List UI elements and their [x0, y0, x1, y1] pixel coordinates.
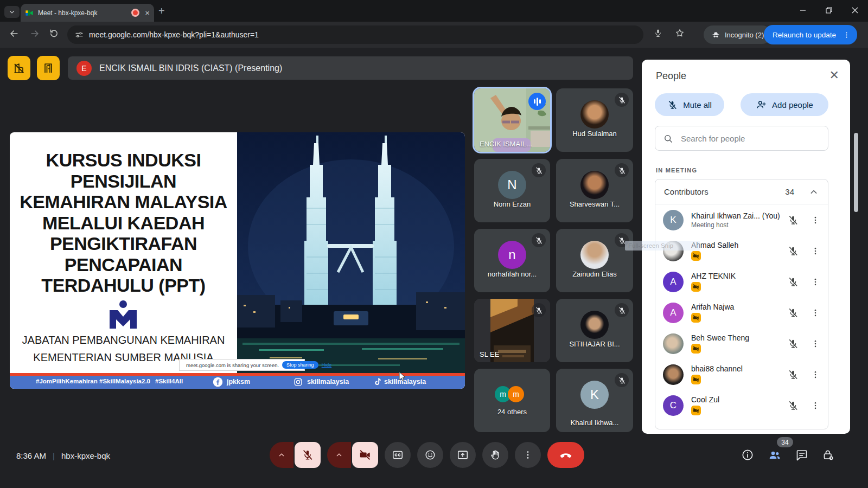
relaunch-update-button[interactable]: Relaunch to update: [764, 25, 857, 44]
camera-toggle-button[interactable]: [352, 442, 378, 468]
instagram-icon: [293, 377, 303, 387]
tile-name: Khairul Ikhwa...: [556, 419, 633, 427]
video-tile-norin-erzan[interactable]: N Norin Erzan: [474, 159, 550, 222]
jpk-logo: [106, 299, 140, 331]
participant-name: Arifah Najwa: [691, 303, 782, 311]
captions-button[interactable]: [385, 442, 411, 468]
mic-off-icon[interactable]: [788, 307, 799, 318]
mic-off-icon[interactable]: [788, 338, 799, 349]
chat-panel-icon[interactable]: [795, 448, 808, 461]
mute-all-button[interactable]: Mute all: [655, 93, 724, 116]
door-icon[interactable]: [37, 56, 60, 80]
camera-off-badge-icon: [691, 375, 701, 384]
stop-sharing-button[interactable]: Stop sharing: [282, 361, 318, 369]
presenting-banner: E ENCIK ISMAIL BIN IDRIS (CIAST) (Presen…: [68, 56, 633, 80]
participant-name: Beh Swee Theng: [691, 333, 782, 342]
panel-scrollbar[interactable]: [854, 133, 858, 212]
video-tile-others[interactable]: m m 24 others: [474, 369, 550, 432]
person-add-icon: [756, 99, 767, 110]
mic-toggle-button[interactable]: [295, 442, 321, 468]
voice-search-icon[interactable]: [653, 28, 663, 38]
video-tile-norhafifah[interactable]: n norhafifah nor...: [474, 229, 550, 292]
window-restore-button[interactable]: [816, 0, 842, 21]
incognito-badge[interactable]: Incognito (2): [704, 25, 771, 44]
meeting-details-icon[interactable]: [741, 448, 754, 461]
share-message: meet.google.com is sharing your screen.: [186, 362, 279, 368]
facebook-icon: [213, 377, 223, 387]
video-tile-sl-ee[interactable]: SL EE: [474, 299, 550, 362]
more-options-icon[interactable]: [810, 401, 820, 410]
more-options-icon[interactable]: [810, 339, 820, 349]
audio-speaking-indicator-icon: [528, 93, 546, 110]
mic-off-icon[interactable]: [788, 277, 799, 287]
forward-button[interactable]: [29, 28, 40, 39]
avatar: [580, 171, 609, 199]
video-tile-encik-ismail[interactable]: ENCIK ISMAIL...: [474, 88, 550, 152]
hashtag-2: #SkillMalaysia2.0: [99, 378, 150, 384]
video-tile-zainudin[interactable]: Zainudin Elias: [556, 229, 633, 292]
collapse-chevron-icon[interactable]: [808, 187, 819, 197]
mic-off-icon: [615, 93, 629, 107]
mic-off-icon[interactable]: [788, 215, 799, 226]
bookmark-star-icon[interactable]: [675, 28, 685, 38]
mic-control-group: [270, 442, 321, 468]
video-tile-hud-sulaiman[interactable]: Hud Sulaiman: [556, 88, 633, 152]
tab-search-button[interactable]: [4, 6, 20, 18]
others-avatar-2: m: [508, 386, 524, 402]
end-call-button[interactable]: [547, 442, 584, 468]
browser-menu-icon[interactable]: [843, 31, 851, 39]
participant-count-badge: 34: [777, 437, 793, 447]
tile-name: Hud Sulaiman: [556, 130, 633, 138]
new-tab-button[interactable]: +: [158, 5, 165, 17]
window-minimize-button[interactable]: [790, 0, 816, 21]
reactions-button[interactable]: [417, 442, 443, 468]
search-people-input[interactable]: [680, 133, 820, 144]
mic-off-icon[interactable]: [788, 400, 799, 411]
building-slash-icon[interactable]: [8, 56, 30, 80]
avatar: C: [663, 395, 684, 416]
back-button[interactable]: [9, 28, 20, 39]
more-options-button[interactable]: [515, 442, 541, 468]
camera-off-badge-icon: [691, 344, 701, 354]
add-people-button[interactable]: Add people: [741, 93, 828, 116]
camera-options-chevron[interactable]: [327, 442, 351, 468]
contributors-count: 34: [785, 187, 794, 196]
mic-off-icon[interactable]: [788, 369, 799, 380]
hide-share-link[interactable]: Hide: [322, 362, 332, 368]
mic-options-chevron[interactable]: [270, 442, 293, 468]
search-people-box[interactable]: [655, 126, 828, 151]
browser-tab[interactable]: Meet - hbx-kpxe-bqk ×: [21, 4, 154, 22]
url-bar[interactable]: meet.google.com/hbx-kpxe-bqk?pli=1&authu…: [67, 25, 643, 44]
participant-name: Khairul Ikhwan Zai... (You): [691, 211, 782, 220]
close-panel-icon[interactable]: ✕: [829, 68, 839, 82]
tiktok-icon: [372, 376, 382, 387]
more-options-icon[interactable]: [810, 246, 820, 256]
contributors-header[interactable]: Contributors 34: [655, 179, 828, 204]
snip-tooltip-artifact: Full-screen Snip: [625, 241, 700, 251]
tab-close-icon[interactable]: ×: [145, 9, 150, 17]
presenting-text: ENCIK ISMAIL BIN IDRIS (CIAST) (Presenti…: [99, 63, 282, 73]
raise-hand-button[interactable]: [482, 442, 508, 468]
camera-control-group: [327, 442, 378, 468]
video-tile-sitihajar[interactable]: SITIHAJAR BI...: [556, 299, 633, 362]
more-options-icon[interactable]: [810, 308, 820, 318]
more-options-icon[interactable]: [810, 277, 820, 287]
mic-off-icon[interactable]: [788, 246, 799, 256]
site-info-icon[interactable]: [75, 30, 84, 39]
mic-off-icon: [532, 233, 546, 247]
meet-stage: E ENCIK ISMAIL BIN IDRIS (CIAST) (Presen…: [0, 48, 868, 488]
more-options-icon[interactable]: [810, 370, 820, 380]
people-panel-icon[interactable]: [768, 448, 782, 461]
present-screen-button[interactable]: [450, 442, 476, 468]
video-tile-sharveswari[interactable]: Sharveswari T...: [556, 159, 633, 222]
video-tile-khairul[interactable]: K Khairul Ikhwa...: [556, 369, 633, 432]
window-close-button[interactable]: [842, 0, 868, 21]
reload-button[interactable]: [49, 28, 59, 38]
participant-row: C Cool Zul: [655, 390, 828, 421]
meet-favicon-icon: [25, 9, 34, 17]
relaunch-label: Relaunch to update: [773, 31, 836, 39]
more-options-icon[interactable]: [810, 215, 820, 225]
slide-title: KURSUS INDUKSI PENSIJILAN KEMAHIRAN MALA…: [10, 150, 237, 296]
host-controls-lock-icon[interactable]: [822, 448, 835, 461]
tile-name: Zainudin Elias: [556, 270, 633, 278]
